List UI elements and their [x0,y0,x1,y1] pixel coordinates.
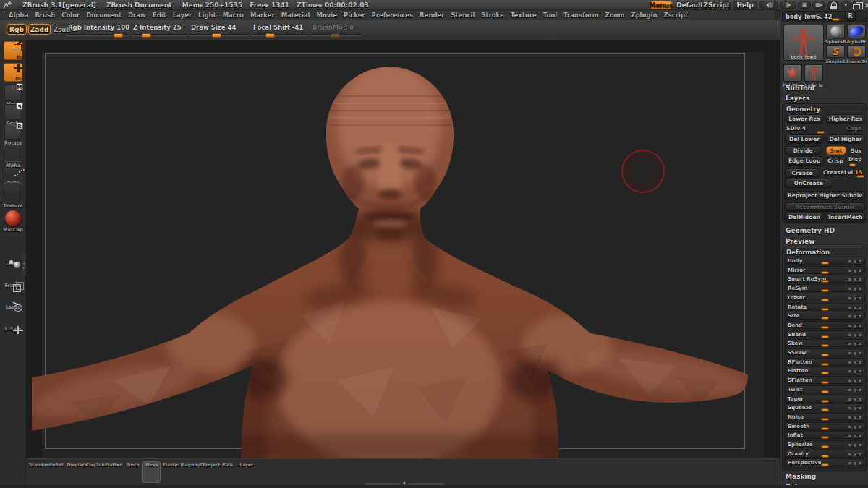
shelf-item-texture[interactable]: Texture [0,182,26,209]
brush-pinch[interactable]: Pinch [124,461,142,483]
slider-handle[interactable] [212,33,221,38]
default-zscript-button[interactable]: DefaultZScript [676,1,731,9]
higher-res-button[interactable]: Higher Res [826,114,865,123]
deform-slider-handle[interactable] [821,299,829,301]
zadd-button[interactable]: Zadd [28,24,51,35]
axis-toggles[interactable]: x y z [848,388,862,392]
brush-flatten[interactable]: Flatten [105,461,123,483]
shelf-item-l-sym[interactable]: L.Sym [0,325,26,332]
deform-row-noise[interactable]: Noisex y z [784,413,866,421]
deform-row-flatten[interactable]: Flattenx y z [784,367,866,374]
del-higher-button[interactable]: Del Higher [826,134,865,143]
uncrease-button[interactable]: UnCrease [785,179,833,187]
deform-row-smooth[interactable]: Smoothx y z [784,422,866,430]
sphere-brush-thumbnail[interactable] [826,25,845,38]
axis-toggles[interactable]: x y z [848,305,862,309]
shelf-item-lasso[interactable]: Lasso [0,304,26,310]
deform-row-spherize[interactable]: Spherizex y z [784,440,866,448]
section-geometry-hd[interactable]: Geometry HD [786,227,835,234]
reproject-button[interactable]: Reproject Higher Subdiv [785,191,865,200]
menu-texture[interactable]: Texture [511,12,537,19]
menu-material[interactable]: Material [281,12,310,19]
rgb-button[interactable]: Rgb [7,24,27,35]
deform-row-offset[interactable]: Offsetx y z [784,294,866,301]
deform-slider-handle[interactable] [821,445,829,448]
axis-toggles[interactable]: x y z [848,461,862,465]
axis-toggles[interactable]: x y z [848,406,862,410]
brush-elastic[interactable]: Elastic [161,461,179,483]
shelf-item-frame[interactable]: Frame [0,282,26,288]
deform-slider-handle[interactable] [821,271,829,274]
slider-handle[interactable] [265,33,275,38]
menu-tool[interactable]: Tool [543,12,557,19]
menu-brush[interactable]: Brush [35,12,55,19]
menu-layer[interactable]: Layer [173,12,192,19]
deform-row-sflatten[interactable]: SFlattenx y z [784,376,866,384]
brush-displace[interactable]: Displace [67,461,85,483]
axis-toggles[interactable]: x y z [848,296,862,300]
brush-claytubi[interactable]: ClayTubi [86,461,104,483]
menu-render[interactable]: Render [420,12,444,19]
deform-slider-handle[interactable] [821,335,829,338]
shelf-item-rotate[interactable]: RRotate [0,124,26,146]
deform-row-rflatten[interactable]: RFlattenx y z [784,358,866,366]
deform-row-taper[interactable]: Taperx y z [784,395,866,403]
deform-slider-handle[interactable] [821,280,829,283]
edge-loop-button[interactable]: Edge Loop [785,156,824,165]
r-button[interactable]: R [845,12,856,21]
polymesh-star-thumbnail[interactable] [783,64,802,82]
deform-row-rotate[interactable]: Rotatex y z [784,303,866,311]
crease-button[interactable]: Crease [785,168,820,177]
deform-row-skew[interactable]: Skewx y z [784,339,866,347]
menu-light[interactable]: Light [198,12,216,19]
deform-row-resym[interactable]: ReSymx y z [784,284,866,292]
focal-shift-slider[interactable]: Focal Shift -41 [252,22,308,38]
axis-toggles[interactable]: x y z [848,369,862,373]
cage-button[interactable]: Cage [846,125,861,132]
menu-picker[interactable]: Picker [344,12,365,19]
deform-slider-handle[interactable] [821,463,829,466]
menu-edit[interactable]: Edit [153,12,166,19]
crease-lvl-slider[interactable]: CreaseLvl 15 [822,168,866,177]
axis-toggles[interactable]: x y z [848,452,862,456]
deform-row-size[interactable]: Sizex y z [784,312,866,320]
current-tool-thumbnail[interactable]: body_low6 [783,25,824,61]
deform-slider-handle[interactable] [821,455,829,458]
del-hidden-button[interactable]: DelHidden [785,213,824,221]
slider-handle[interactable] [114,33,123,38]
deform-row-mirror[interactable]: Mirrorx y z [784,266,866,274]
brush-layer[interactable]: Layer [237,461,255,483]
sdiv-handle[interactable] [817,131,825,134]
shelf-item-draw[interactable]: Draw [0,63,26,82]
menu-marker[interactable]: Marker [250,12,275,19]
deform-row-bend[interactable]: Bendx y z [784,321,866,329]
menu-preferences[interactable]: Preferences [372,12,414,19]
deform-slider-handle[interactable] [821,326,829,329]
menu-zoom[interactable]: Zoom [605,12,625,19]
brush-blob[interactable]: Blob [218,461,237,483]
axis-toggles[interactable]: x y z [848,433,862,437]
deform-slider-handle[interactable] [821,418,829,421]
shelf-item-matcap[interactable]: MatCap [0,210,26,233]
deform-row-inflat[interactable]: Inflatx y z [784,431,866,439]
z-intensity-slider[interactable]: Z Intensity 25 [132,22,187,38]
menu-stroke[interactable]: Stroke [481,12,503,19]
menu-transform[interactable]: Transform [563,12,599,19]
smt-button[interactable]: Smt [826,146,846,155]
sdiv-slider[interactable]: SDiv 4 [785,124,841,133]
deform-slider-handle[interactable] [821,317,829,320]
deform-slider-handle[interactable] [821,289,829,292]
lower-res-button[interactable]: Lower Res [785,114,824,123]
axis-toggles[interactable]: x y z [848,378,862,382]
tool-slider-handle[interactable] [832,18,840,21]
reconstruct-button[interactable]: Reconstruct Subdiv [785,202,865,211]
geometry-title[interactable]: Geometry [786,106,820,113]
axis-toggles[interactable]: x y z [848,415,862,419]
menu-zscript[interactable]: Zscript [664,12,689,19]
brush-inflat[interactable]: Inflat [48,461,66,483]
deformation-title[interactable]: Deformation [786,249,830,256]
deform-row-sbend[interactable]: SBendx y z [784,330,866,338]
axis-toggles[interactable]: x y z [848,333,862,337]
deform-row-unify[interactable]: Unifyx y z [784,257,866,265]
alpha-brush-thumbnail[interactable] [847,25,866,38]
